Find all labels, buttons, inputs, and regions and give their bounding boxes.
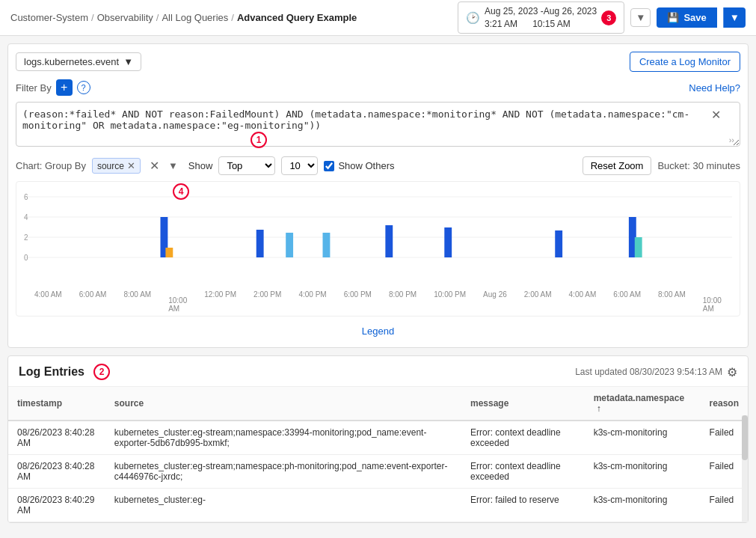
query-box-wrapper: ✕ ›› 1 bbox=[16, 102, 740, 149]
svg-rect-13 bbox=[385, 225, 393, 257]
source-value: logs.kubernetes.event bbox=[24, 56, 119, 67]
x-label-11: 2:00 AM bbox=[524, 290, 552, 313]
create-log-monitor-button[interactable]: Create a Log Monitor bbox=[630, 52, 740, 72]
clock-icon: 🕑 bbox=[466, 11, 480, 25]
help-icon[interactable]: ? bbox=[77, 81, 90, 94]
x-label-1: 6:00 AM bbox=[79, 290, 107, 313]
log-updated: Last updated 08/30/2023 9:54:13 AM ⚙ bbox=[575, 365, 737, 379]
chart-controls: Chart: Group By source ✕ ✕ ▼ Show Top Bo… bbox=[16, 156, 740, 175]
x-label-4: 12:00 PM bbox=[204, 290, 236, 313]
breadcrumb-sep-2: / bbox=[156, 12, 159, 23]
cell-reason-2: Failed bbox=[701, 489, 748, 522]
x-label-2: 8:00 AM bbox=[123, 290, 151, 313]
breadcrumb-item-3[interactable]: All Log Queries bbox=[162, 12, 228, 23]
table-row: 08/26/2023 8:40:29 AM kubernetes_cluster… bbox=[8, 489, 748, 522]
svg-rect-11 bbox=[286, 233, 293, 257]
show-others-label[interactable]: Show Others bbox=[324, 160, 394, 171]
chart-group-by-label: Chart: Group By bbox=[16, 160, 86, 171]
date-range-text: Aug 25, 2023 -Aug 26, 2023 3:21 AM 10:15… bbox=[485, 5, 597, 31]
cell-message-0: Error: context deadline exceeded bbox=[461, 421, 585, 455]
top-header: Customer-System / Observability / All Lo… bbox=[0, 0, 756, 36]
date-start: Aug 25, 2023 - bbox=[485, 6, 544, 16]
sort-icon: ↑ bbox=[597, 403, 601, 414]
breadcrumb-item-1[interactable]: Customer-System bbox=[10, 12, 88, 23]
x-label-14: 8:00 AM bbox=[658, 290, 686, 313]
chart-right-controls: Reset Zoom Bucket: 30 minutes bbox=[583, 156, 740, 175]
bucket-label: Bucket: 30 minutes bbox=[657, 160, 740, 171]
need-help-link[interactable]: Need Help? bbox=[689, 82, 740, 94]
col-namespace[interactable]: metadata.namespace ↑ bbox=[585, 387, 701, 421]
log-section: Log Entries 2 Last updated 08/30/2023 9:… bbox=[7, 355, 749, 523]
x-label-6: 4:00 PM bbox=[298, 290, 326, 313]
query-clear-button[interactable]: ✕ bbox=[711, 108, 721, 122]
x-label-13: 6:00 AM bbox=[613, 290, 641, 313]
svg-rect-15 bbox=[555, 230, 562, 257]
x-label-7: 6:00 PM bbox=[344, 290, 372, 313]
query-input[interactable] bbox=[16, 102, 740, 147]
show-others-checkbox[interactable] bbox=[324, 161, 334, 171]
svg-rect-12 bbox=[323, 233, 331, 257]
cell-timestamp-2: 08/26/2023 8:40:29 AM bbox=[8, 489, 105, 522]
x-label-12: 4:00 AM bbox=[569, 290, 597, 313]
date-range-dropdown[interactable]: ▼ bbox=[630, 8, 651, 27]
settings-icon[interactable]: ⚙ bbox=[727, 365, 737, 379]
cell-timestamp-1: 08/26/2023 8:40:28 AM bbox=[8, 455, 105, 489]
x-label-15: 10:00AM bbox=[703, 296, 722, 313]
col-reason: reason bbox=[701, 387, 748, 421]
x-label-8: 8:00 PM bbox=[389, 290, 417, 313]
cell-namespace-0: k3s-cm-monitoring bbox=[585, 421, 701, 455]
breadcrumb-sep-1: / bbox=[91, 12, 94, 23]
svg-rect-17 bbox=[635, 237, 642, 257]
col-message: message bbox=[461, 387, 585, 421]
save-button[interactable]: 💾 Save bbox=[657, 7, 716, 28]
cell-namespace-1: k3s-cm-monitoring bbox=[585, 455, 701, 489]
table-header-row: timestamp source message metadata.namesp… bbox=[8, 387, 748, 421]
group-by-clear-button[interactable]: ✕ bbox=[147, 159, 162, 173]
scrollbar-thumb[interactable] bbox=[742, 415, 748, 460]
legend-link[interactable]: Legend bbox=[16, 321, 740, 340]
reset-zoom-button[interactable]: Reset Zoom bbox=[583, 156, 652, 175]
cell-source-0: kubernetes_cluster:eg-stream;namespace:3… bbox=[105, 421, 461, 455]
filter-label: Filter By bbox=[16, 82, 52, 94]
breadcrumb-current: Advanced Query Example bbox=[237, 12, 357, 23]
scrollbar-track bbox=[742, 415, 748, 522]
date-range-picker[interactable]: 🕑 Aug 25, 2023 -Aug 26, 2023 3:21 AM 10:… bbox=[458, 1, 624, 34]
chart-area: 4 6 4 2 0 4:00 AM 6: bbox=[16, 181, 740, 317]
breadcrumb-sep-3: / bbox=[231, 12, 234, 23]
group-by-tag: source ✕ bbox=[92, 158, 141, 174]
x-label-0: 4:00 AM bbox=[34, 290, 62, 313]
query-circle-label: 1 bbox=[251, 132, 267, 148]
save-dropdown-button[interactable]: ▼ bbox=[723, 7, 746, 28]
count-select[interactable]: 10 20 50 bbox=[281, 156, 318, 175]
tag-remove-button[interactable]: ✕ bbox=[127, 160, 135, 171]
cell-timestamp-0: 08/26/2023 8:40:28 AM bbox=[8, 421, 105, 455]
svg-text:6: 6 bbox=[24, 193, 28, 201]
breadcrumb-item-2[interactable]: Observability bbox=[97, 12, 153, 23]
cell-message-2: Error: failed to reserve bbox=[461, 489, 585, 522]
badge-number: 3 bbox=[601, 10, 616, 25]
filter-row: Filter By + ? Need Help? bbox=[16, 79, 740, 96]
col-timestamp: timestamp bbox=[8, 387, 105, 421]
date-end: Aug 26, 2023 bbox=[544, 6, 597, 16]
source-selector[interactable]: logs.kubernetes.event ▼ bbox=[16, 52, 141, 71]
group-by-dropdown-icon[interactable]: ▼ bbox=[168, 160, 178, 171]
source-row: logs.kubernetes.event ▼ Create a Log Mon… bbox=[16, 52, 740, 72]
time-start: 3:21 AM bbox=[485, 19, 517, 29]
chart-svg: 6 4 2 0 bbox=[24, 189, 732, 287]
top-select[interactable]: Top Bottom bbox=[218, 156, 275, 175]
resize-handle: ›› bbox=[729, 135, 734, 144]
svg-rect-14 bbox=[444, 227, 452, 257]
log-header: Log Entries 2 Last updated 08/30/2023 9:… bbox=[8, 356, 748, 387]
log-circle-label: 2 bbox=[93, 364, 110, 380]
cell-source-2: kubernetes_cluster:eg- bbox=[105, 489, 461, 522]
x-axis-labels: 4:00 AM 6:00 AM 8:00 AM 10:00AM 12:00 PM… bbox=[24, 289, 732, 316]
table-container: timestamp source message metadata.namesp… bbox=[8, 387, 748, 522]
header-right: 🕑 Aug 25, 2023 -Aug 26, 2023 3:21 AM 10:… bbox=[458, 1, 746, 34]
breadcrumb: Customer-System / Observability / All Lo… bbox=[10, 12, 357, 23]
cell-source-1: kubernetes_cluster:eg-stream;namespace:p… bbox=[105, 455, 461, 489]
filter-add-button[interactable]: + bbox=[56, 79, 73, 96]
cell-reason-0: Failed bbox=[701, 421, 748, 455]
log-table: timestamp source message metadata.namesp… bbox=[8, 387, 748, 522]
svg-text:0: 0 bbox=[24, 254, 28, 262]
col-source: source bbox=[105, 387, 461, 421]
